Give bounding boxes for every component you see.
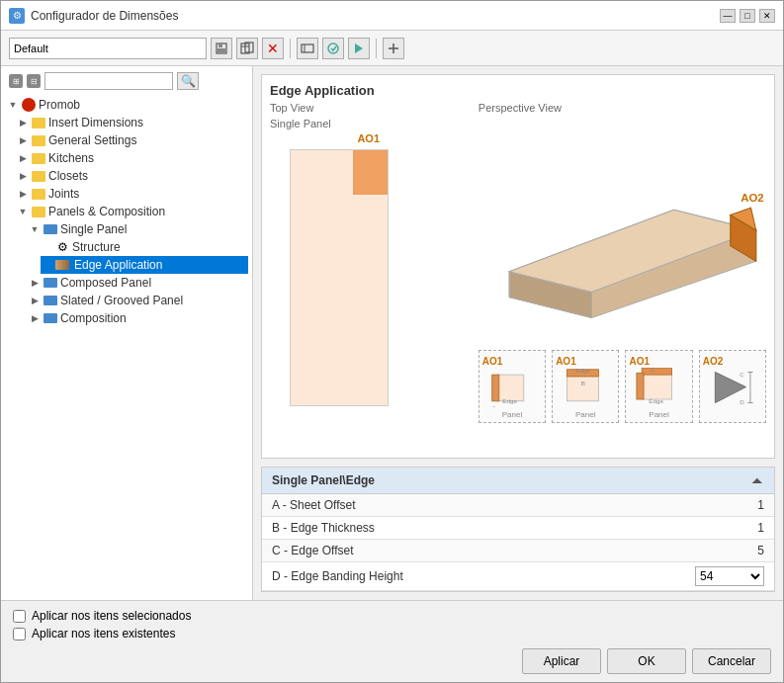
tree-item-general-settings[interactable]: ▶ General Settings (17, 131, 248, 149)
svg-text:D: D (740, 398, 744, 405)
tree-item-composed-panel[interactable]: ▶ Composed Panel (29, 274, 248, 292)
folder-icon (31, 204, 46, 219)
tree-item-structure[interactable]: ⚙ Structure (41, 238, 248, 256)
maximize-button[interactable]: □ (740, 9, 755, 23)
toolbar-btn-1[interactable] (211, 38, 232, 59)
svg-marker-9 (355, 43, 363, 53)
expand-icon: ▶ (17, 134, 29, 146)
expand-icon: ▼ (17, 206, 29, 217)
perspective-view-label: Perspective View (479, 102, 766, 114)
prop-row-a: A - Sheet Offset 1 (262, 494, 774, 517)
window-controls: — □ ✕ (720, 9, 775, 23)
apply-button[interactable]: Aplicar (522, 648, 601, 674)
svg-rect-17 (492, 375, 499, 401)
panel-highlight-ao1 (353, 150, 388, 195)
tree-item-composition[interactable]: ▶ Composition (29, 309, 248, 327)
prop-value-a: 1 (685, 498, 764, 512)
toolbar-btn-delete[interactable]: ✕ (262, 38, 284, 59)
perspective-view: Perspective View (479, 102, 766, 449)
svg-rect-26 (643, 368, 672, 375)
toolbar: ✕ (1, 31, 783, 66)
tree-item-panels-composition[interactable]: ▼ Panels & Composition (17, 203, 248, 220)
prop-value-b: 1 (685, 521, 764, 535)
prop-row-b: B - Edge Thickness 1 (262, 517, 774, 540)
expand-icon-empty (41, 259, 52, 271)
svg-text:B: B (581, 380, 585, 386)
tree-label: Composition (60, 311, 127, 325)
diagram-2-ao-label: AO1 (556, 356, 576, 367)
diagram-3: AO1 C Edge Panel (625, 350, 692, 423)
expand-icon: ▶ (17, 188, 29, 200)
minimize-button[interactable]: — (720, 9, 736, 23)
cancel-button[interactable]: Cancelar (692, 648, 771, 674)
prop-select-d[interactable]: 54 55 56 60 (695, 566, 764, 586)
expand-icon: ▶ (17, 170, 29, 182)
toolbar-btn-2[interactable] (236, 38, 258, 59)
toolbar-btn-3[interactable] (297, 38, 318, 59)
toolbar-separator-1 (290, 39, 291, 58)
tree-item-closets[interactable]: ▶ Closets (17, 167, 248, 185)
prop-label-a: A - Sheet Offset (272, 498, 685, 512)
toolbar-btn-5[interactable] (348, 38, 370, 59)
tree-item-promob[interactable]: ▼ Promob (5, 96, 248, 114)
expand-icon: ▶ (17, 152, 29, 164)
checkbox-existing-items-label: Aplicar nos itens existentes (32, 627, 175, 640)
tree-label: Joints (48, 187, 79, 201)
toolbar-btn-6[interactable] (383, 38, 404, 59)
diagram-2: AO1 Edge B Panel (552, 350, 619, 423)
panel-3d-svg: AO2 (479, 118, 766, 343)
ok-button[interactable]: OK (607, 648, 686, 674)
tree-label: Panels & Composition (48, 205, 165, 218)
diagram-3-bottom-label: Panel (629, 410, 688, 419)
footer-buttons: Aplicar OK Cancelar (13, 648, 771, 674)
tree-label: Kitchens (48, 151, 94, 165)
tree-search-input[interactable] (44, 72, 173, 90)
main-window: ⚙ Configurador de Dimensões — □ ✕ ✕ (0, 0, 784, 683)
prop-label-b: B - Edge Thickness (272, 521, 685, 535)
tree-icon-1: ⊞ (9, 74, 23, 88)
panel-icon (43, 293, 58, 308)
diagram-2-bottom-label: Panel (556, 410, 615, 419)
svg-text:A: A (492, 404, 497, 407)
expand-icon: ▶ (29, 277, 41, 289)
expand-icon: ▶ (29, 312, 41, 324)
diagrams-row: AO1 Edge A Panel (479, 350, 766, 423)
tree-item-kitchens[interactable]: ▶ Kitchens (17, 149, 248, 167)
svg-text:AO2: AO2 (740, 192, 764, 204)
checkbox-row-1: Aplicar nos itens selecionados (13, 609, 771, 623)
checkbox-row-2: Aplicar nos itens existentes (13, 627, 771, 640)
tree-item-insert-dimensions[interactable]: ▶ Insert Dimensions (17, 114, 248, 131)
toolbar-separator-2 (376, 39, 377, 58)
expand-icon-empty (41, 241, 52, 253)
tree-children-panels: ▼ Single Panel ⚙ Structure (17, 220, 248, 327)
close-button[interactable]: ✕ (759, 9, 775, 23)
collapse-button[interactable]: ⏶ (750, 472, 764, 488)
tree-item-single-panel[interactable]: ▼ Single Panel (29, 220, 248, 238)
svg-text:C: C (652, 368, 656, 373)
diagram-1: AO1 Edge A Panel (479, 350, 546, 423)
tree-search-button[interactable]: 🔍 (177, 72, 199, 90)
expand-icon: ▶ (17, 117, 29, 128)
expand-icon: ▶ (29, 295, 41, 306)
checkbox-existing-items[interactable] (13, 628, 26, 640)
content-area: ⊞ ⊟ 🔍 ▼ Promob ▶ Insert Dimensions ▶ (1, 66, 783, 600)
prop-row-d: D - Edge Banding Height 54 55 56 60 (262, 562, 774, 591)
tree-label-selected: Edge Application (72, 258, 164, 272)
folder-icon (31, 132, 46, 148)
tree-item-slated-grooved-panel[interactable]: ▶ Slated / Grooved Panel (29, 292, 248, 309)
svg-rect-27 (637, 373, 644, 399)
panel-icon (43, 221, 58, 237)
folder-icon (31, 186, 46, 202)
tree-item-edge-application[interactable]: Edge Application (41, 256, 248, 274)
checkbox-selected-items[interactable] (13, 610, 26, 623)
toolbar-btn-4[interactable] (322, 38, 344, 59)
panel-icon (43, 310, 58, 326)
prop-label-c: C - Edge Offset (272, 544, 685, 557)
tree-label-promob: Promob (39, 98, 80, 112)
preset-input[interactable] (9, 38, 207, 59)
diagram-1-svg: Edge A (482, 368, 542, 407)
sidebar: ⊞ ⊟ 🔍 ▼ Promob ▶ Insert Dimensions ▶ (1, 66, 253, 600)
svg-text:C: C (740, 371, 744, 378)
tree-item-joints[interactable]: ▶ Joints (17, 185, 248, 203)
tree-children-single-panel: ⚙ Structure Edge Application (29, 238, 248, 274)
